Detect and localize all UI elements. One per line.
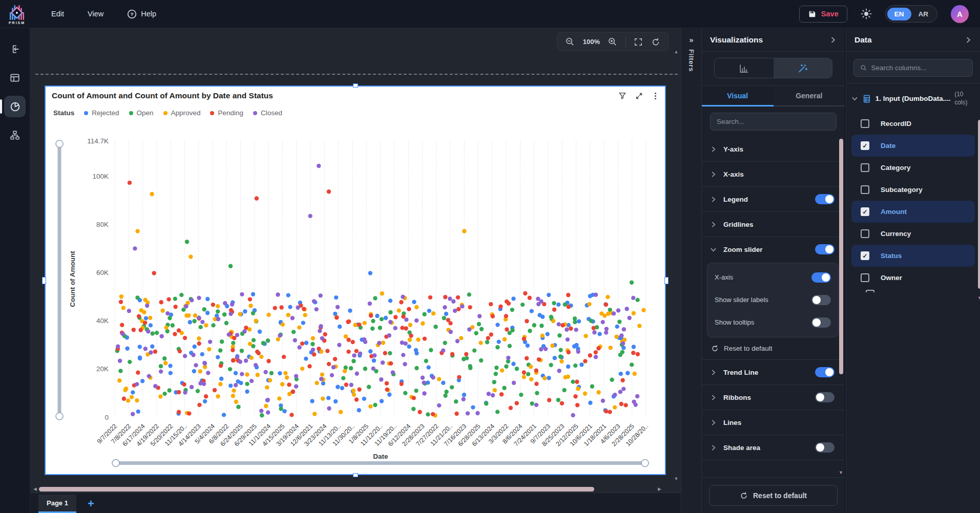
- data-scrollbar-thumb[interactable]: [978, 120, 980, 289]
- chevron-right-icon[interactable]: [710, 419, 717, 426]
- sidebar-item-flow[interactable]: [4, 124, 26, 146]
- checkbox-checked[interactable]: ✓: [861, 207, 869, 216]
- checkbox-checked[interactable]: ✓: [861, 141, 869, 150]
- viz-scrollbar-thumb[interactable]: [839, 139, 843, 374]
- checkbox-unchecked[interactable]: ✓: [861, 229, 869, 238]
- toggle-off[interactable]: [815, 392, 835, 402]
- viz-section-zoom-slider[interactable]: Zoom slider: [702, 237, 844, 262]
- viz-section-x-axis[interactable]: X-axis: [702, 162, 844, 186]
- legend-item-rejected[interactable]: Rejected: [84, 109, 119, 117]
- resize-handle-right[interactable]: [664, 277, 669, 284]
- scroll-up-icon[interactable]: ▲: [674, 50, 679, 54]
- lang-en[interactable]: EN: [887, 8, 911, 20]
- column-row-subcategory[interactable]: ✓Subcategory: [851, 179, 975, 201]
- chevron-right-icon[interactable]: [710, 221, 717, 228]
- user-avatar[interactable]: A: [951, 5, 969, 23]
- column-row-category[interactable]: ✓Category: [851, 157, 975, 179]
- chevron-right-icon[interactable]: [710, 369, 717, 376]
- checkbox-unchecked[interactable]: ✓: [861, 185, 869, 194]
- legend-item-closed[interactable]: Closed: [253, 109, 282, 117]
- viz-section-gridlines[interactable]: Gridlines: [702, 212, 844, 237]
- column-row-date[interactable]: ✓Date: [851, 135, 975, 157]
- toggle-on[interactable]: [815, 194, 835, 204]
- toggle-on[interactable]: [815, 244, 835, 254]
- chevron-right-icon[interactable]: [710, 196, 717, 203]
- viz-section-lines[interactable]: Lines: [702, 410, 844, 435]
- app-logo[interactable]: PRISM: [5, 4, 29, 25]
- menu-help[interactable]: ? Help: [127, 9, 156, 19]
- scroll-down-icon[interactable]: ▼: [674, 477, 679, 481]
- expand-icon[interactable]: [635, 92, 643, 100]
- toggle-on[interactable]: [811, 272, 831, 283]
- checkbox-unchecked[interactable]: ✓: [861, 163, 869, 172]
- legend-item-approved[interactable]: Approved: [163, 109, 201, 117]
- chevron-right-icon[interactable]: [710, 394, 717, 401]
- viz-section-ribbons[interactable]: Ribbons: [702, 385, 844, 410]
- sidebar-item-exit[interactable]: [4, 38, 26, 60]
- data-scroll-down-icon[interactable]: ▼: [977, 295, 980, 301]
- column-row-recordid[interactable]: ✓RecordID: [851, 113, 975, 135]
- viz-section-y-axis[interactable]: Y-axis: [702, 137, 844, 161]
- sidebar-item-charts[interactable]: [4, 96, 26, 117]
- viz-section-shade-area[interactable]: Shade area: [702, 435, 844, 460]
- save-button[interactable]: Save: [799, 6, 847, 23]
- theme-sun-icon[interactable]: [861, 8, 872, 19]
- viz-section-trend-line[interactable]: Trend Line: [702, 360, 844, 384]
- reset-to-default-button[interactable]: Reset to default: [709, 485, 838, 506]
- scroll-right-icon[interactable]: ▶: [658, 487, 661, 491]
- toggle-off[interactable]: [811, 295, 831, 305]
- tab-general[interactable]: General: [774, 86, 845, 105]
- column-row-status[interactable]: ✓Status: [851, 245, 975, 267]
- chevron-right-icon[interactable]: [710, 444, 717, 451]
- filter-funnel-icon[interactable]: [618, 91, 627, 100]
- toggle-off[interactable]: [811, 317, 831, 328]
- data-search-input[interactable]: [871, 64, 966, 72]
- collapse-data-chevron-icon[interactable]: [965, 36, 972, 44]
- tab-visual[interactable]: Visual: [702, 86, 774, 105]
- resize-handle-bottom[interactable]: [353, 473, 358, 477]
- column-row-currency[interactable]: ✓Currency: [851, 223, 975, 245]
- type-magic-wand-button[interactable]: [774, 58, 832, 78]
- filters-collapsed-panel[interactable]: » Filters: [681, 28, 702, 513]
- checkbox-unchecked[interactable]: ✓: [861, 119, 869, 128]
- reset-view-icon[interactable]: [651, 37, 660, 47]
- chart-widget[interactable]: 114.7K100K80K60K40K20K0Count of Amount9/…: [45, 86, 666, 475]
- legend-item-open[interactable]: Open: [129, 109, 154, 117]
- toggle-off[interactable]: [815, 442, 835, 453]
- resize-handle-left[interactable]: [42, 277, 46, 284]
- canvas-horizontal-scrollbar[interactable]: ◀ ▶: [33, 485, 676, 493]
- legend-item-pending[interactable]: Pending: [210, 109, 243, 117]
- section-reset-to-default[interactable]: Reset to default: [702, 343, 844, 359]
- lang-ar[interactable]: AR: [911, 8, 936, 20]
- kebab-menu-icon[interactable]: [651, 92, 660, 100]
- resize-handle-top[interactable]: [353, 83, 358, 88]
- fullscreen-icon[interactable]: [634, 37, 643, 47]
- sidebar-item-layout[interactable]: [4, 67, 26, 89]
- filters-expand-icon[interactable]: »: [689, 35, 693, 44]
- collapse-panel-chevron-icon[interactable]: [829, 36, 837, 44]
- menu-edit[interactable]: Edit: [51, 10, 64, 18]
- column-row-amount[interactable]: ✓Amount: [851, 201, 975, 223]
- column-row-owner[interactable]: ✓Owner: [851, 267, 975, 289]
- add-page-button[interactable]: +: [88, 499, 94, 509]
- menu-view[interactable]: View: [88, 10, 103, 18]
- checkbox-unchecked[interactable]: ✓: [861, 273, 869, 282]
- chevron-right-icon[interactable]: [710, 171, 717, 178]
- save-label: Save: [821, 10, 839, 18]
- scroll-left-icon[interactable]: ◀: [33, 487, 37, 491]
- page-tab-1[interactable]: Page 1: [38, 495, 76, 513]
- zoom-in-icon[interactable]: [608, 37, 617, 47]
- viz-section-legend[interactable]: Legend: [702, 187, 844, 211]
- dataset-node[interactable]: 1. Input (DumboData.... (10 cols): [846, 83, 980, 112]
- toggle-on[interactable]: [815, 367, 835, 377]
- scrollbar-thumb[interactable]: [39, 487, 594, 491]
- viz-search-input[interactable]: [717, 118, 830, 125]
- canvas-vertical-scrollbar[interactable]: ▲ ▼: [673, 50, 680, 481]
- type-bar-chart-button[interactable]: [715, 58, 774, 78]
- checkbox-checked[interactable]: ✓: [861, 251, 869, 260]
- chevron-down-icon[interactable]: [710, 246, 717, 253]
- chevron-right-icon[interactable]: [710, 146, 717, 153]
- chevron-down-icon[interactable]: [851, 95, 858, 102]
- zoom-out-icon[interactable]: [565, 37, 575, 47]
- viz-scroll-down-icon[interactable]: ▼: [839, 470, 843, 475]
